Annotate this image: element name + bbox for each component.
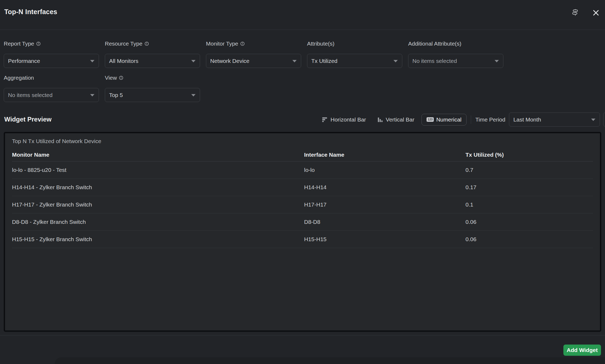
time-period-value: Last Month (513, 116, 541, 123)
additional-attributes-label: Additional Attribute(s) (408, 40, 503, 47)
chevron-down-icon (191, 60, 196, 62)
chevron-down-icon (90, 94, 94, 96)
aggregation-label-text: Aggregation (4, 75, 34, 81)
toolbar-divider (471, 115, 471, 124)
vertical-bar-toggle[interactable]: Vertical Bar (377, 116, 414, 123)
horizontal-bar-label: Horizontal Bar (331, 116, 366, 123)
view-field: View Top 5 (105, 74, 200, 102)
aggregation-value: No items selected (8, 92, 53, 98)
resource-type-label-text: Resource Type (105, 41, 142, 47)
monitor-type-select[interactable]: Network Device (206, 54, 301, 68)
widget-title: Top N Tx Utilized of Network Device (12, 138, 593, 144)
footer-divider (0, 335, 605, 335)
vertical-bar-label: Vertical Bar (386, 116, 414, 123)
resource-type-field: Resource Type All Monitors (105, 40, 200, 68)
additional-attributes-value: No items selected (412, 58, 457, 64)
interface-name-cell: D8-D8 (304, 219, 465, 225)
close-icon[interactable] (591, 8, 601, 18)
view-label: View (105, 74, 200, 82)
attributes-field: Attribute(s) Tx Utilized (307, 40, 402, 68)
report-type-field: Report Type Performance (4, 40, 99, 68)
monitor-name-cell: D8-D8 - Zylker Branch Switch (12, 219, 304, 225)
vertical-bar-icon (377, 116, 383, 123)
aggregation-select[interactable]: No items selected (4, 88, 99, 102)
monitor-name-cell: lo-lo - 8825-u20 - Test (12, 167, 304, 173)
widget-preview-panel: Top N Tx Utilized of Network Device Moni… (4, 132, 601, 332)
info-icon[interactable] (240, 42, 245, 46)
interface-name-cell: lo-lo (304, 167, 465, 173)
monitor-type-label: Monitor Type (206, 40, 301, 47)
interface-name-cell: H17-H17 (304, 201, 465, 208)
signpost-icon[interactable] (570, 7, 580, 17)
table-row: D8-D8 - Zylker Branch Switch D8-D8 0.06 (12, 213, 593, 231)
column-header-monitor-name: Monitor Name (12, 152, 304, 158)
horizontal-bar-toggle[interactable]: Horizontal Bar (322, 116, 366, 123)
preview-table: Monitor Name Interface Name Tx Utilized … (12, 148, 593, 248)
resource-type-select[interactable]: All Monitors (105, 54, 200, 68)
widget-preview-heading: Widget Preview (4, 116, 51, 123)
report-type-select[interactable]: Performance (4, 54, 99, 68)
tx-utilized-cell: 0.06 (465, 236, 593, 242)
attributes-label-text: Attribute(s) (307, 41, 335, 47)
time-period-select[interactable]: Last Month (509, 112, 600, 127)
tx-utilized-cell: 0.06 (465, 219, 593, 225)
report-type-label: Report Type (4, 40, 99, 47)
report-type-value: Performance (8, 58, 40, 64)
interface-name-cell: H15-H15 (304, 236, 465, 242)
numerical-123-icon: 123 (427, 117, 434, 122)
additional-attributes-select[interactable]: No items selected (408, 54, 503, 68)
additional-attributes-field: Additional Attribute(s) No items selecte… (408, 40, 503, 68)
info-icon[interactable] (119, 76, 123, 80)
dialog-title: Top-N Interfaces (4, 8, 57, 16)
table-row: H15-H15 - Zylker Branch Switch H15-H15 0… (12, 231, 593, 248)
monitor-name-cell: H17-H17 - Zylker Branch Switch (12, 201, 304, 208)
resource-type-value: All Monitors (109, 58, 138, 64)
filter-row-2: Aggregation No items selected View Top 5 (4, 74, 200, 102)
table-row: H17-H17 - Zylker Branch Switch H17-H17 0… (12, 196, 593, 213)
aggregation-field: Aggregation No items selected (4, 74, 99, 102)
monitor-type-label-text: Monitor Type (206, 41, 238, 47)
chevron-down-icon (591, 119, 595, 121)
preview-toolbar: Horizontal Bar Vertical Bar 123 Numerica… (322, 112, 605, 127)
attributes-select[interactable]: Tx Utilized (307, 54, 402, 68)
numerical-label: Numerical (436, 116, 461, 123)
column-header-tx-utilized: Tx Utilized (%) (465, 152, 593, 158)
column-header-interface-name: Interface Name (304, 152, 465, 158)
chevron-down-icon (393, 60, 398, 62)
view-label-text: View (105, 75, 117, 81)
additional-attributes-label-text: Additional Attribute(s) (408, 41, 461, 47)
table-row: lo-lo - 8825-u20 - Test lo-lo 0.7 (12, 161, 593, 179)
attributes-label: Attribute(s) (307, 40, 402, 47)
background-panel-corner (55, 357, 605, 364)
horizontal-bar-icon (322, 116, 328, 123)
tx-utilized-cell: 0.1 (465, 201, 593, 208)
chevron-down-icon (292, 60, 297, 62)
chevron-down-icon (495, 60, 499, 62)
attributes-value: Tx Utilized (311, 58, 337, 64)
chevron-down-icon (191, 94, 196, 96)
add-widget-button[interactable]: Add Widget (563, 345, 601, 356)
view-select[interactable]: Top 5 (105, 88, 200, 102)
tx-utilized-cell: 0.7 (465, 167, 593, 173)
table-body: lo-lo - 8825-u20 - Test lo-lo 0.7 H14-H1… (12, 161, 593, 248)
numerical-toggle[interactable]: 123 Numerical (421, 114, 467, 126)
view-value: Top 5 (109, 92, 123, 98)
top-n-interfaces-dialog: Top-N Interfaces Report Type (0, 0, 605, 364)
chevron-down-icon (90, 60, 94, 62)
monitor-name-cell: H14-H14 - Zylker Branch Switch (12, 184, 304, 191)
report-type-label-text: Report Type (4, 41, 34, 47)
info-icon[interactable] (145, 42, 149, 46)
tx-utilized-cell: 0.17 (465, 184, 593, 191)
info-icon[interactable] (36, 42, 41, 46)
monitor-type-field: Monitor Type Network Device (206, 40, 301, 68)
table-row: H14-H14 - Zylker Branch Switch H14-H14 0… (12, 179, 593, 196)
interface-name-cell: H14-H14 (304, 184, 465, 191)
aggregation-label: Aggregation (4, 74, 99, 82)
link-button[interactable] (603, 112, 605, 127)
filter-row-1: Report Type Performance Resource Type (4, 40, 503, 68)
monitor-name-cell: H15-H15 - Zylker Branch Switch (12, 236, 304, 242)
time-period-label: Time Period (475, 116, 505, 123)
dialog-header: Top-N Interfaces (0, 0, 605, 30)
monitor-type-value: Network Device (210, 58, 249, 64)
table-header-row: Monitor Name Interface Name Tx Utilized … (12, 148, 593, 161)
